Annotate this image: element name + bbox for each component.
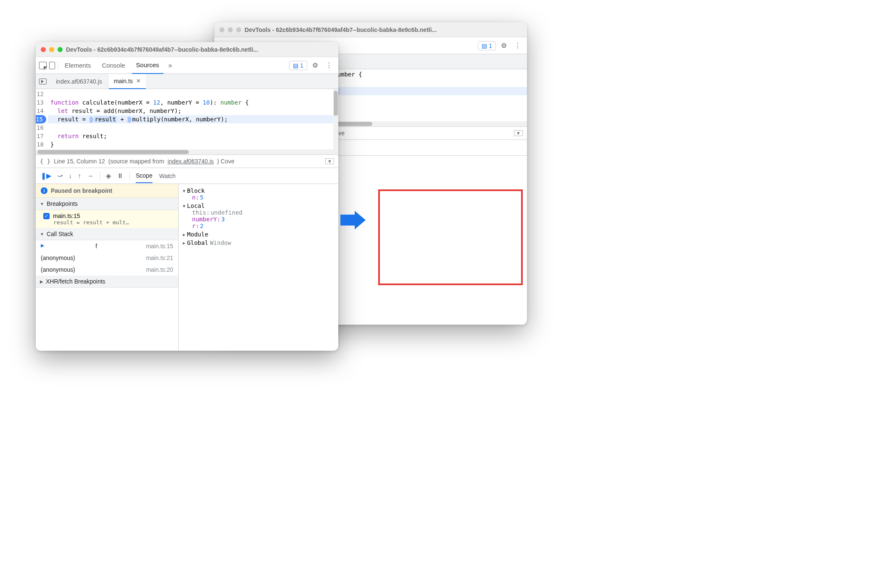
issue-icon: ▤	[482, 42, 487, 49]
scope-var[interactable]: numberY: 3	[183, 216, 334, 223]
minimize-dot[interactable]	[228, 27, 233, 32]
window-title: DevTools - 62c6b934c4b7f676049af4b7--buc…	[66, 46, 258, 53]
breakpoint-marker: 15	[36, 115, 46, 123]
pause-icon[interactable]: ⏸	[117, 172, 124, 180]
inspect-icon[interactable]	[39, 62, 47, 69]
zoom-dot[interactable]	[58, 47, 63, 52]
step-marker-icon	[127, 117, 132, 123]
step-over-icon[interactable]: ⤻	[57, 172, 63, 180]
close-dot[interactable]	[219, 27, 224, 32]
watch-tab[interactable]: Watch	[159, 169, 176, 183]
breakpoints-header[interactable]: ▼Breakpoints	[36, 198, 178, 210]
xhr-header[interactable]: ▶XHR/fetch Breakpoints	[36, 276, 178, 288]
titlebar: DevTools - 62c6b934c4b7f676049af4b7--buc…	[36, 42, 338, 57]
more-tabs-icon[interactable]: »	[166, 62, 175, 69]
step-icon[interactable]: →	[87, 172, 94, 180]
close-icon[interactable]: ✕	[136, 78, 141, 84]
file-tabs: index.af063740.js main.ts ✕	[36, 74, 338, 89]
breakpoint-item[interactable]: ✓main.ts:15 result = result + mult…	[36, 210, 178, 228]
scope-global[interactable]: ▶GlobalWindow	[183, 239, 334, 247]
settings-icon[interactable]: ⚙	[498, 42, 509, 50]
traffic-lights	[219, 27, 241, 32]
titlebar: DevTools - 62c6b934c4b7f676049af4b7--buc…	[214, 22, 527, 37]
status-bar: { } Line 15, Column 12 (source mapped fr…	[36, 155, 338, 168]
tab-sources[interactable]: Sources	[132, 57, 163, 74]
pretty-print-icon[interactable]: { }	[40, 158, 50, 165]
deactivate-bp-icon[interactable]: ◈	[106, 172, 111, 180]
step-marker-icon	[90, 117, 94, 123]
device-icon[interactable]	[49, 62, 55, 69]
stack-frame[interactable]: (anonymous)main.ts:21	[36, 252, 178, 264]
code-editor[interactable]: 12 13 14 15 16 17 18 function calculate(…	[36, 89, 338, 150]
coverage-toggle-icon[interactable]: ▼	[514, 130, 523, 136]
file-tab-main[interactable]: main.ts ✕	[109, 74, 146, 89]
resume-icon[interactable]: ❚▶	[41, 172, 51, 180]
tab-elements[interactable]: Elements	[61, 57, 95, 74]
kebab-icon[interactable]: ⋮	[512, 42, 524, 50]
issues-badge[interactable]: ▤ 1	[478, 41, 496, 50]
step-out-icon[interactable]: ↑	[78, 172, 81, 180]
info-icon: i	[41, 187, 47, 194]
scope-tab[interactable]: Scope	[136, 169, 153, 183]
coverage-toggle-icon[interactable]: ▼	[325, 158, 334, 164]
issue-icon: ▤	[293, 62, 298, 69]
stack-frame[interactable]: (anonymous)main.ts:20	[36, 264, 178, 276]
tab-console[interactable]: Console	[98, 57, 129, 74]
line-gutter[interactable]: 12 13 14 15 16 17 18	[36, 89, 48, 150]
scope-panel: ▼Block n: 5 ▼Local this: undefined numbe…	[179, 184, 338, 351]
issues-badge[interactable]: ▤ 1	[289, 61, 307, 70]
callstack-header[interactable]: ▼Call Stack	[36, 228, 178, 240]
sourcemap-link[interactable]: index.af063740.js	[168, 158, 214, 165]
checkbox-icon[interactable]: ✓	[43, 213, 50, 219]
traffic-lights	[41, 47, 63, 52]
scope-var[interactable]: this: undefined	[183, 209, 334, 216]
kebab-icon[interactable]: ⋮	[323, 61, 335, 69]
scope-var[interactable]: r: 2	[183, 223, 334, 229]
settings-icon[interactable]: ⚙	[310, 61, 321, 69]
step-into-icon[interactable]: ↓	[68, 172, 72, 180]
h-scrollbar[interactable]	[36, 150, 338, 155]
paused-banner: i Paused on breakpoint	[36, 184, 178, 198]
window-title: DevTools - 62c6b934c4b7f676049af4b7--buc…	[245, 26, 437, 33]
scope-block[interactable]: ▼Block n: 5	[183, 186, 334, 202]
zoom-dot[interactable]	[236, 27, 241, 32]
v-scrollbar[interactable]	[333, 89, 338, 150]
main-toolbar: Elements Console Sources » ▤ 1 ⚙ ⋮	[36, 57, 338, 74]
scope-local[interactable]: ▼Local this: undefined numberY: 3 r: 2	[183, 202, 334, 230]
file-tab-index[interactable]: index.af063740.js	[51, 74, 107, 89]
debugger-controls: ❚▶ ⤻ ↓ ↑ → ◈ ⏸ Scope Watch	[36, 168, 338, 184]
left-debug-panel: i Paused on breakpoint ▼Breakpoints ✓mai…	[36, 184, 179, 351]
minimize-dot[interactable]	[49, 47, 54, 52]
scope-module[interactable]: ▶Module	[183, 230, 334, 239]
scope-var[interactable]: n: 5	[183, 194, 334, 201]
stack-frame[interactable]: fmain.ts:15	[36, 240, 178, 252]
show-navigator-icon[interactable]	[39, 79, 47, 84]
devtools-window-front: DevTools - 62c6b934c4b7f676049af4b7--buc…	[36, 42, 338, 351]
close-dot[interactable]	[41, 47, 46, 52]
